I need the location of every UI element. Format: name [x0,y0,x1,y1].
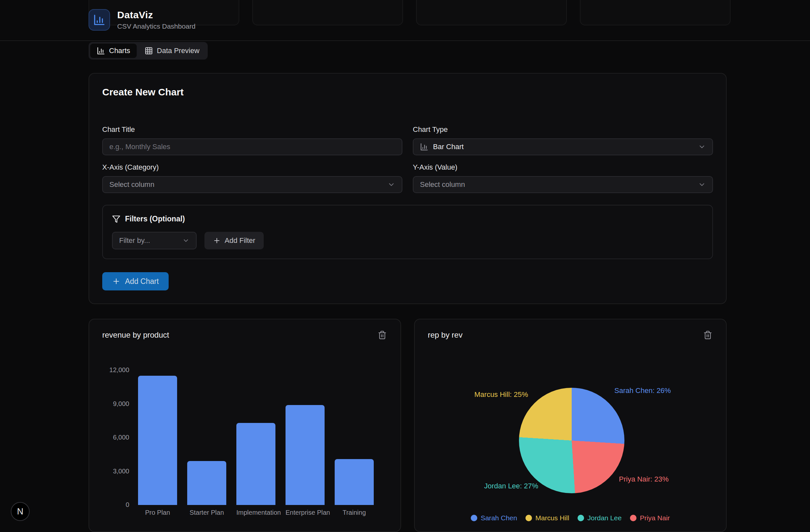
add-filter-button[interactable]: Add Filter [205,232,264,249]
chart-title: revenue by product [102,331,169,340]
app-subtitle: CSV Analytics Dashboard [117,22,195,30]
filter-by-value: Filter by... [119,236,150,245]
x-axis-label: Implementation [236,509,275,516]
plus-icon [213,237,221,244]
legend-item: Priya Nair [630,514,670,522]
chevron-down-icon [698,181,706,189]
funnel-icon [112,215,120,223]
bar [187,461,226,505]
y-axis-value: Select column [420,180,465,189]
y-axis-tick: 12,000 [89,366,129,374]
x-axis-select[interactable]: Select column [102,176,402,193]
chart-title-label: Chart Title [102,125,402,134]
filters-panel: Filters (Optional) Filter by... Add Filt… [102,205,713,259]
chart-title-input[interactable] [109,143,395,151]
y-axis-label: Y-Axis (Value) [413,163,713,172]
tab-charts[interactable]: Charts [90,44,137,58]
plus-icon [112,277,120,286]
bar-chart-icon [420,143,428,151]
y-axis-tick: 9,000 [89,400,129,408]
add-chart-button[interactable]: Add Chart [102,272,169,290]
tab-bar: Charts Data Preview [88,42,208,60]
app-title: DataViz [117,10,195,20]
background-card [580,0,731,26]
delete-chart-button[interactable] [702,329,714,341]
pie-slice-label: Jordan Lee: 27% [484,482,538,490]
bar-chart-card: revenue by product 12,0009,0006,0003,000… [88,319,401,532]
x-axis-value: Select column [109,180,154,189]
legend-dot-icon [630,515,636,521]
background-card [252,0,403,26]
legend-item: Marcus Hill [525,514,569,522]
main-content: Charts Data Preview Create New Chart Cha… [88,41,727,532]
bar [335,459,374,505]
pie-chart-card: rep by rev Sarah Chen: 26%Priya Nair: 23… [414,319,727,532]
bar [138,376,177,505]
add-filter-label: Add Filter [225,236,255,245]
legend-label: Priya Nair [640,514,670,522]
trash-icon [378,331,387,340]
y-axis-select[interactable]: Select column [413,176,713,193]
chart-title: rep by rev [428,331,463,340]
y-axis-tick: 0 [89,501,129,509]
trash-icon [703,331,712,340]
chart-type-value: Bar Chart [433,143,464,151]
background-card [416,0,567,26]
filter-by-select[interactable]: Filter by... [112,232,197,249]
pie-legend: Sarah ChenMarcus HillJordan LeePriya Nai… [415,514,726,522]
legend-label: Sarah Chen [481,514,517,522]
chart-title-field [102,139,402,155]
chart-type-label: Chart Type [413,125,713,134]
bar [286,405,325,505]
tab-label: Charts [109,47,130,55]
pie-chart [519,388,625,493]
filters-title: Filters (Optional) [125,214,185,223]
pie-slice-label: Marcus Hill: 25% [474,390,528,399]
legend-dot-icon [578,515,584,521]
chevron-down-icon [387,181,395,189]
y-axis-tick: 3,000 [89,468,129,475]
pie-slice-label: Priya Nair: 23% [619,475,669,483]
section-title: Create New Chart [102,86,713,98]
legend-label: Jordan Lee [587,514,621,522]
x-axis-label: Training [335,509,374,516]
brand: DataViz CSV Analytics Dashboard [88,9,195,31]
legend-dot-icon [525,515,532,521]
chevron-down-icon [698,143,706,151]
app-logo [88,9,110,31]
x-axis-label: Starter Plan [187,509,226,516]
tab-data-preview[interactable]: Data Preview [138,44,206,58]
legend-item: Sarah Chen [471,514,517,522]
x-axis-label: X-Axis (Category) [102,163,402,172]
pie-slice-label: Sarah Chen: 26% [614,386,671,395]
y-axis-tick: 6,000 [89,434,129,441]
app-header: DataViz CSV Analytics Dashboard [0,0,810,41]
table-icon [145,47,153,55]
nextjs-badge[interactable]: N [11,502,30,521]
charts-grid: revenue by product 12,0009,0006,0003,000… [88,319,727,532]
x-axis-label: Pro Plan [138,509,177,516]
tab-label: Data Preview [157,47,199,55]
delete-chart-button[interactable] [376,329,388,341]
x-axis-label: Enterprise Plan [286,509,325,516]
chart-type-select[interactable]: Bar Chart [413,139,713,155]
add-chart-label: Add Chart [125,277,159,286]
bar [236,423,275,505]
legend-dot-icon [471,515,477,521]
chevron-down-icon [182,237,190,244]
legend-item: Jordan Lee [578,514,621,522]
bar-chart-icon [93,14,106,26]
legend-label: Marcus Hill [535,514,569,522]
create-chart-card: Create New Chart Chart Title Chart Type … [88,73,727,304]
bar-chart-icon [97,47,105,55]
